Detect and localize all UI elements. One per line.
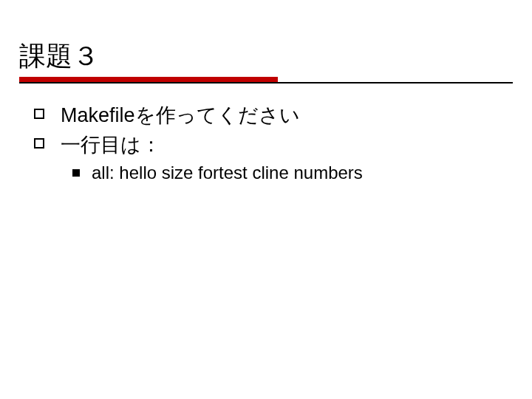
list-item-text: 一行目は： <box>61 132 161 158</box>
list-item: 一行目は： <box>34 132 507 158</box>
list-item: all: hello size fortest cline numbers <box>72 163 507 183</box>
title-rule <box>19 77 513 83</box>
square-fill-icon <box>72 169 80 177</box>
square-outline-icon <box>34 109 44 119</box>
slide: 課題３ Makefileを作ってください 一行目は： all: hello si… <box>0 0 532 399</box>
list-item-text: Makefileを作ってください <box>61 102 300 129</box>
title-block: 課題３ <box>19 38 99 79</box>
list-item: Makefileを作ってください <box>34 102 507 129</box>
divider <box>19 82 513 83</box>
body-content: Makefileを作ってください 一行目は： all: hello size f… <box>34 102 507 183</box>
square-outline-icon <box>34 138 44 149</box>
page-title: 課題３ <box>19 38 99 79</box>
list-item-text: all: hello size fortest cline numbers <box>92 163 363 183</box>
